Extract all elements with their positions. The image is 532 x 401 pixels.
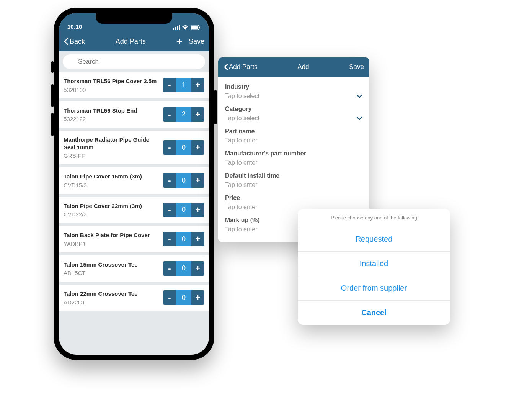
part-name: Thorsman TRL56 Stop End [64,107,159,115]
quantity-value: 0 [176,203,191,217]
power-button [214,90,217,124]
decrement-button[interactable]: - [163,261,176,276]
field-label: Manufacturer's part number [225,150,362,157]
back-label: Back [70,38,85,46]
quantity-stepper: -0+ [163,203,204,217]
list-item[interactable]: Talon 22mm Crossover TeeAD22CT -0+ [59,285,209,311]
search-input[interactable] [63,54,205,69]
increment-button[interactable]: + [191,232,204,246]
list-item[interactable]: Thorsman TRL56 Pipe Cover 2.5m5320100 -1… [59,72,209,98]
part-code: YADBP1 [64,241,159,247]
part-name: Talon Back Plate for Pipe Cover [64,231,159,239]
svg-rect-2 [177,26,178,30]
quantity-stepper: -0+ [163,290,204,305]
mfr-part-field[interactable]: Manufacturer's part number Tap to enter [225,146,362,168]
quantity-stepper: -0+ [163,261,204,276]
decrement-button[interactable]: - [163,232,176,246]
quantity-value: 0 [176,261,191,276]
quantity-value: 0 [176,232,191,246]
svg-rect-1 [175,27,176,30]
volume-button [51,113,54,136]
action-cancel[interactable]: Cancel [298,301,450,325]
decrement-button[interactable]: - [163,140,176,155]
action-order-supplier[interactable]: Order from supplier [298,276,450,301]
increment-button[interactable]: + [191,173,204,188]
phone-frame: 10:10 Back Add Parts + Save [54,8,214,360]
save-button[interactable]: Save [189,38,204,46]
volume-button [51,84,54,107]
action-requested[interactable]: Requested [298,227,450,252]
decrement-button[interactable]: - [163,78,176,92]
field-placeholder: Tap to enter [225,182,258,188]
action-sheet-header: Please choose any one of the following [298,209,450,227]
list-item[interactable]: Thorsman TRL56 Stop End5322122 -2+ [59,101,209,128]
quantity-stepper: -2+ [163,107,204,122]
action-sheet: Please choose any one of the following R… [298,209,450,325]
volume-button [51,61,54,73]
part-name: Talon Pipe Cover 22mm (3m) [64,202,159,210]
chevron-left-icon [224,64,228,70]
svg-rect-5 [191,26,198,29]
action-installed[interactable]: Installed [298,252,450,276]
part-name-field[interactable]: Part name Tap to enter [225,123,362,146]
nav-title: Add Parts [116,38,146,46]
decrement-button[interactable]: - [163,107,176,122]
category-field[interactable]: Category Tap to select [225,101,362,123]
part-name: Manthorpe Radiator Pipe Guide Seal 10mm [64,136,159,151]
quantity-value: 2 [176,107,191,122]
field-label: Price [225,195,362,201]
increment-button[interactable]: + [191,203,204,217]
part-code: AD15CT [64,270,159,276]
increment-button[interactable]: + [191,107,204,122]
part-name: Talon Pipe Cover 15mm (3m) [64,173,159,180]
increment-button[interactable]: + [191,290,204,305]
chevron-down-icon [356,94,362,98]
svg-rect-3 [179,25,180,30]
increment-button[interactable]: + [191,78,204,92]
part-code: AD22CT [64,299,159,306]
list-item[interactable]: Talon Back Plate for Pipe CoverYADBP1 -0… [59,226,209,252]
list-item[interactable]: Talon 15mm Crossover TeeAD15CT -0+ [59,255,209,282]
increment-button[interactable]: + [191,261,204,276]
part-name: Talon 22mm Crossover Tee [64,290,159,298]
part-name: Thorsman TRL56 Pipe Cover 2.5m [64,77,159,85]
field-placeholder: Tap to enter [225,137,258,144]
quantity-stepper: -0+ [163,140,204,155]
search-bar [59,51,209,72]
list-item[interactable]: Talon Pipe Cover 15mm (3m)CVD15/3 -0+ [59,167,209,194]
back-label: Add Parts [229,63,258,71]
field-label: Category [225,106,362,113]
svg-rect-6 [199,27,200,29]
part-code: 5320100 [64,87,159,93]
save-button[interactable]: Save [349,63,364,71]
install-time-field[interactable]: Default install time Tap to enter [225,168,362,190]
quantity-value: 0 [176,290,191,305]
field-placeholder: Tap to enter [225,226,258,233]
increment-button[interactable]: + [191,140,204,155]
chevron-down-icon [356,116,362,120]
nav-bar: Back Add Parts + Save [59,31,209,51]
field-placeholder: Tap to select [225,93,259,100]
decrement-button[interactable]: - [163,203,176,217]
quantity-value: 0 [176,173,191,188]
quantity-stepper: -0+ [163,232,204,246]
industry-field[interactable]: Industry Tap to select [225,79,362,101]
field-placeholder: Tap to enter [225,204,258,211]
part-code: 5322122 [64,116,159,122]
back-button[interactable]: Back [64,38,85,46]
add-title: Add [297,63,309,71]
back-button[interactable]: Add Parts [224,63,258,71]
decrement-button[interactable]: - [163,173,176,188]
field-label: Part name [225,128,362,135]
quantity-stepper: -0+ [163,173,204,188]
quantity-stepper: -1+ [163,78,204,92]
parts-list: Thorsman TRL56 Pipe Cover 2.5m5320100 -1… [59,72,209,311]
plus-icon[interactable]: + [176,36,183,47]
wifi-icon [182,25,188,30]
notch [96,13,172,24]
decrement-button[interactable]: - [163,290,176,305]
list-item[interactable]: Talon Pipe Cover 22mm (3m)CVD22/3 -0+ [59,197,209,223]
list-item[interactable]: Manthorpe Radiator Pipe Guide Seal 10mmG… [59,131,209,164]
battery-icon [191,25,201,30]
field-placeholder: Tap to enter [225,159,258,166]
